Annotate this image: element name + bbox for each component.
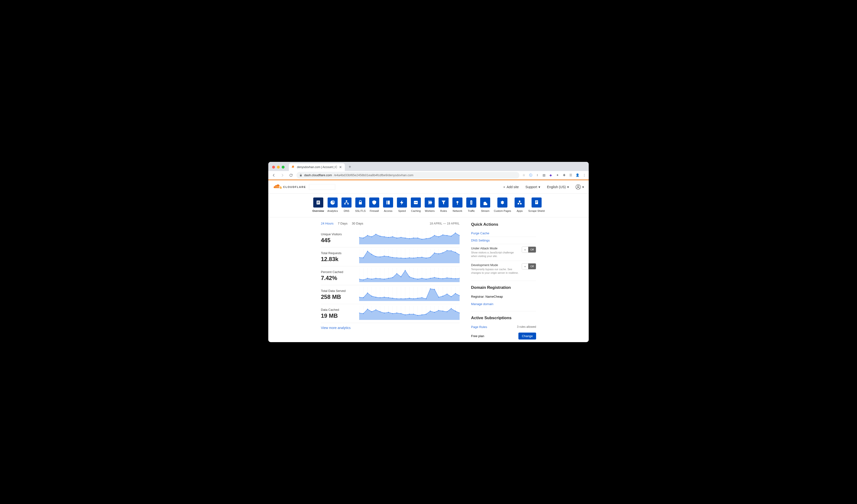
svg-point-15 xyxy=(456,201,458,203)
star-icon[interactable]: ☆ xyxy=(522,173,526,178)
nav-label: Access xyxy=(384,209,392,212)
stat-label: Unique Visitors xyxy=(321,232,357,236)
under-attack-toggle[interactable]: ‹› Off xyxy=(522,247,536,253)
nav-tab-firewall[interactable]: Firewall xyxy=(369,198,380,212)
svg-point-104 xyxy=(367,251,368,252)
manage-domain-link[interactable]: Manage domain xyxy=(471,302,493,306)
svg-point-115 xyxy=(413,257,414,258)
svg-point-218 xyxy=(426,298,426,299)
nav-tab-stream[interactable]: Stream xyxy=(480,198,490,212)
ext-tag-icon[interactable]: ✦ xyxy=(555,173,559,178)
stat-row: Total Requests 12.83k xyxy=(321,248,459,266)
stat-label: Data Cached xyxy=(321,308,357,312)
nav-tab-traffic[interactable]: Traffic xyxy=(466,198,476,212)
content-scroll[interactable]: 24 Hours 7 Days 30 Days 18 APRIL — 19 AP… xyxy=(268,217,589,342)
svg-point-255 xyxy=(371,311,372,312)
svg-point-260 xyxy=(392,313,393,314)
forward-button[interactable] xyxy=(279,172,286,178)
ext-i-icon[interactable]: I xyxy=(535,173,539,178)
svg-point-222 xyxy=(442,296,443,297)
browser-tab[interactable]: denysdovhan.com | Account | C ✕ xyxy=(289,163,345,171)
back-button[interactable] xyxy=(271,172,277,178)
nav-label: DNS xyxy=(344,209,349,212)
page-rules-link[interactable]: Page Rules xyxy=(471,325,487,329)
browser-menu-icon[interactable]: ⋮ xyxy=(582,173,586,178)
profile-avatar-icon[interactable]: 👤 xyxy=(575,173,579,178)
svg-point-211 xyxy=(397,298,398,299)
browser-window: denysdovhan.com | Account | C ✕ + dash.c… xyxy=(268,162,589,342)
range-7d[interactable]: 7 Days xyxy=(338,222,348,225)
site-selector[interactable] xyxy=(309,184,335,190)
nav-tab-analytics[interactable]: Analytics xyxy=(327,198,338,212)
svg-point-273 xyxy=(447,311,448,312)
nav-tab-custom-pages[interactable]: Custom Pages xyxy=(494,198,511,212)
add-site-button[interactable]: +Add site xyxy=(503,185,519,189)
nav-tab-scrape-shield[interactable]: Scrape Shield xyxy=(528,198,545,212)
nav-tab-dns[interactable]: DNS xyxy=(341,198,352,212)
dev-mode-toggle[interactable]: ‹› Off xyxy=(522,263,536,269)
svg-rect-9 xyxy=(359,202,362,204)
speed-icon xyxy=(397,198,407,207)
nav-label: Traffic xyxy=(468,209,475,212)
svg-point-107 xyxy=(380,256,381,257)
nav-tab-network[interactable]: Network xyxy=(452,198,463,212)
svg-point-72 xyxy=(442,235,443,235)
dev-mode-title: Development Mode xyxy=(471,263,519,267)
svg-point-258 xyxy=(384,313,385,314)
new-tab-button[interactable]: + xyxy=(346,165,353,171)
ext-purple-icon[interactable]: ◆ xyxy=(549,173,553,178)
svg-point-212 xyxy=(401,298,402,299)
close-tab-icon[interactable]: ✕ xyxy=(339,165,342,169)
nav-tab-speed[interactable]: Speed xyxy=(397,198,407,212)
view-more-analytics-link[interactable]: View more analytics xyxy=(321,326,459,330)
nav-tab-access[interactable]: Access xyxy=(383,198,393,212)
under-attack-title: Under Attack Mode xyxy=(471,247,519,250)
svg-point-263 xyxy=(405,314,406,315)
svg-point-119 xyxy=(430,257,431,258)
active-subscriptions-section: Active Subscriptions Page Rules 3 rules … xyxy=(471,316,536,342)
cloudflare-logo[interactable]: CLOUDFLARE xyxy=(273,184,306,190)
svg-point-103 xyxy=(363,257,364,258)
svg-point-13 xyxy=(415,202,415,203)
dns-settings-link[interactable]: DNS Settings xyxy=(471,237,536,244)
extensions-puzzle-icon[interactable]: ✚ xyxy=(562,173,566,178)
purge-cache-link[interactable]: Purge Cache xyxy=(471,230,536,237)
stat-value: 445 xyxy=(321,237,357,243)
close-window-button[interactable] xyxy=(272,166,275,169)
stat-label: Total Data Served xyxy=(321,289,357,293)
ext-notion-icon[interactable]: ▧ xyxy=(542,173,546,178)
nav-tab-apps[interactable]: Apps xyxy=(514,198,525,212)
nav-tab-overview[interactable]: Overview xyxy=(312,198,324,212)
svg-point-163 xyxy=(405,270,406,271)
rules-allowed-label: 3 rules allowed xyxy=(517,325,536,329)
language-menu[interactable]: English (US)▾ xyxy=(547,185,569,189)
minimize-window-button[interactable] xyxy=(277,166,280,169)
reading-list-icon[interactable]: ☰ xyxy=(569,173,573,178)
svg-rect-7 xyxy=(344,203,346,204)
stat-row: Total Data Served 258 MB xyxy=(321,285,459,304)
range-30d[interactable]: 30 Days xyxy=(352,222,363,225)
chevron-down-icon: ▾ xyxy=(582,185,584,189)
svg-point-159 xyxy=(388,278,389,279)
svg-point-73 xyxy=(447,235,448,236)
change-plan-button[interactable]: Change xyxy=(518,333,536,339)
range-24h[interactable]: 24 Hours xyxy=(321,222,334,225)
svg-point-68 xyxy=(426,238,426,239)
nav-tab-caching[interactable]: Caching xyxy=(410,198,421,212)
nav-tab-workers[interactable]: Workers xyxy=(424,198,435,212)
nav-tab-ssl[interactable]: SSL/TLS xyxy=(355,198,366,212)
reload-button[interactable] xyxy=(288,172,294,178)
info-icon[interactable]: ⓘ xyxy=(528,173,533,178)
traffic-icon xyxy=(466,198,476,207)
lock-icon xyxy=(299,174,302,177)
support-menu[interactable]: Support▾ xyxy=(525,185,540,189)
account-menu[interactable]: ▾ xyxy=(575,184,584,190)
address-bar[interactable]: dash.cloudflare.com/e4a4bd33bf65e2458b01… xyxy=(297,172,519,179)
svg-point-112 xyxy=(401,257,402,258)
svg-point-262 xyxy=(401,313,402,314)
dev-mode-row: Development Mode Temporarily bypass our … xyxy=(471,261,536,278)
nav-tab-rules[interactable]: Rules xyxy=(438,198,449,212)
svg-rect-3 xyxy=(317,202,319,202)
maximize-window-button[interactable] xyxy=(282,166,285,169)
tab-title: denysdovhan.com | Account | C xyxy=(297,166,337,169)
